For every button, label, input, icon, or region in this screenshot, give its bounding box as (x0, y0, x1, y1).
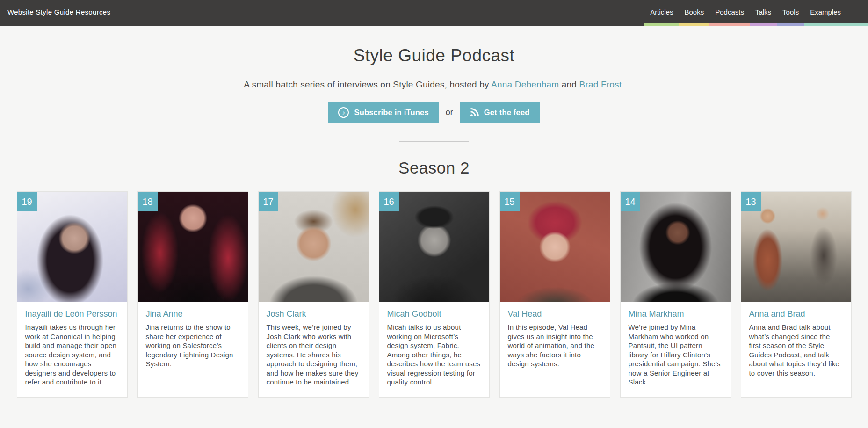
episode-number-badge: 13 (741, 192, 761, 211)
episode-guest-link[interactable]: Val Head (508, 309, 542, 319)
main-nav: Articles Books Podcasts Talks Tools Exam… (644, 0, 868, 26)
episode-number-badge: 17 (259, 192, 278, 211)
episode-photo[interactable]: 14 (621, 192, 731, 302)
episode-description: This week, we’re joined by Josh Clark wh… (267, 323, 361, 387)
get-feed-button[interactable]: Get the feed (460, 102, 540, 123)
episode-description: Anna and Brad talk about what’s changed … (749, 323, 843, 377)
nav-item-books[interactable]: Books (679, 0, 710, 26)
episode-description: Inayaili takes us through her work at Ca… (25, 323, 119, 387)
episode-guest-heading: Micah Godbolt (387, 309, 481, 319)
episode-number-badge: 15 (500, 192, 520, 211)
episode-guest-link[interactable]: Mina Markham (629, 309, 684, 319)
episode-guest-heading: Anna and Brad (749, 309, 843, 319)
tagline-period: . (622, 80, 624, 89)
episode-number-badge: 16 (379, 192, 399, 211)
episode-photo[interactable]: 19 (17, 192, 127, 302)
site-header: Website Style Guide Resources Articles B… (0, 0, 868, 26)
nav-item-talks[interactable]: Talks (750, 0, 777, 26)
episode-number-badge: 14 (621, 192, 640, 211)
episode-number-badge: 19 (17, 192, 37, 211)
nav-item-articles[interactable]: Articles (644, 0, 679, 26)
nav-item-examples[interactable]: Examples (804, 0, 846, 26)
season-heading: Season 2 (17, 159, 852, 177)
subscribe-itunes-label: Subscribe in iTunes (354, 108, 428, 117)
podcast-page: Style Guide Podcast A small batch series… (17, 46, 852, 423)
episode-guest-link[interactable]: Micah Godbolt (387, 309, 441, 319)
episode-photo[interactable]: 16 (379, 192, 489, 302)
episode-photo[interactable]: 13 (741, 192, 851, 302)
episode-card: 18 Jina Anne Jina returns to the show to… (137, 191, 248, 398)
episode-card: 16 Micah Godbolt Micah talks to us about… (379, 191, 490, 398)
episode-guest-link[interactable]: Inayaili de León Persson (25, 309, 117, 319)
episode-card: 17 Josh Clark This week, we’re joined by… (258, 191, 369, 398)
episode-guest-link[interactable]: Josh Clark (267, 309, 306, 319)
episode-card: 13 Anna and Brad Anna and Brad talk abou… (741, 191, 852, 398)
episode-guest-heading: Josh Clark (267, 309, 361, 319)
itunes-icon (338, 107, 349, 118)
episode-card: 14 Mina Markham We’re joined by Mina Mar… (620, 191, 731, 398)
nav-item-tools[interactable]: Tools (777, 0, 804, 26)
episode-description: Jina returns to the show to share her ex… (146, 323, 240, 369)
episode-photo[interactable]: 17 (259, 192, 369, 302)
tagline-text: A small batch series of interviews on St… (244, 80, 491, 89)
episode-guest-heading: Inayaili de León Persson (25, 309, 119, 319)
episode-card: 19 Inayaili de León Persson Inayaili tak… (17, 191, 128, 398)
episode-guest-link[interactable]: Jina Anne (146, 309, 183, 319)
episode-guest-link[interactable]: Anna and Brad (749, 309, 805, 319)
episode-guest-heading: Val Head (508, 309, 602, 319)
episode-grid: 19 Inayaili de León Persson Inayaili tak… (17, 191, 852, 398)
nav-underline-filler (846, 0, 868, 26)
tagline-and: and (559, 80, 579, 89)
page-title: Style Guide Podcast (17, 46, 852, 65)
rss-icon (470, 108, 479, 117)
episode-guest-heading: Jina Anne (146, 309, 240, 319)
subscribe-itunes-button[interactable]: Subscribe in iTunes (328, 102, 439, 123)
section-divider (399, 141, 469, 142)
episode-card: 15 Val Head In this episode, Val Head gi… (499, 191, 610, 398)
subscribe-actions: Subscribe in iTunes or Get the feed (17, 102, 852, 123)
or-text: or (446, 108, 453, 117)
site-brand[interactable]: Website Style Guide Resources (0, 8, 110, 19)
host-link-brad-frost[interactable]: Brad Frost (579, 80, 622, 89)
get-feed-label: Get the feed (484, 108, 530, 117)
episode-guest-heading: Mina Markham (629, 309, 723, 319)
nav-item-podcasts[interactable]: Podcasts (709, 0, 750, 26)
episode-description: In this episode, Val Head gives us an in… (508, 323, 602, 369)
episode-description: We’re joined by Mina Markham who worked … (629, 323, 723, 387)
episode-number-badge: 18 (138, 192, 158, 211)
episode-photo[interactable]: 15 (500, 192, 610, 302)
tagline: A small batch series of interviews on St… (17, 80, 852, 90)
host-link-anna-debenham[interactable]: Anna Debenham (491, 80, 559, 89)
episode-description: Micah talks to us about working on Micro… (387, 323, 481, 387)
episode-photo[interactable]: 18 (138, 192, 248, 302)
